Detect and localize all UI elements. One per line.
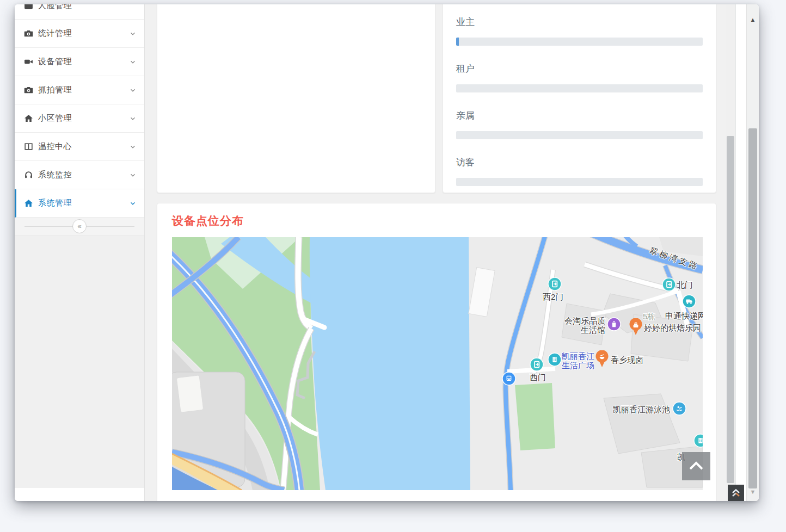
back-to-top-button[interactable] xyxy=(682,452,710,480)
map-poi-label-west-gate: 西门 xyxy=(530,373,546,382)
sidebar-item-temp-center[interactable]: 温控中心 xyxy=(15,133,144,161)
columns-icon xyxy=(24,142,33,151)
map-poi-north-gate[interactable] xyxy=(662,277,676,294)
stat-bar-tenant xyxy=(456,84,703,92)
stat-label-visitor: 访客 xyxy=(456,156,703,169)
sidebar-item-community-mgmt[interactable]: 小区管理 xyxy=(15,104,144,133)
building-icon xyxy=(548,352,562,367)
chevron-down-icon xyxy=(129,30,137,38)
map-poi-label-west-gate-2: 西2门 xyxy=(543,292,563,301)
chevron-down-icon xyxy=(129,58,137,66)
truck-icon xyxy=(682,294,696,308)
stat-bar-visitor xyxy=(456,178,703,186)
chevron-down-icon xyxy=(129,115,137,122)
chevron-up-icon xyxy=(682,452,710,480)
bus-icon xyxy=(502,372,516,386)
inner-scrollbar[interactable] xyxy=(726,4,735,501)
sidebar-item-label: 设备管理 xyxy=(38,57,129,67)
sidebar-item-system-mgmt[interactable]: 系统管理 xyxy=(15,189,144,218)
camera-icon xyxy=(24,85,33,95)
sidebar-item-label: 抓拍管理 xyxy=(38,85,129,95)
sidebar-item-label: 小区管理 xyxy=(38,113,129,123)
map-poi-xiangxiang-food[interactable] xyxy=(595,350,609,370)
map-poi-label-building-5: 5栋 xyxy=(643,312,655,321)
sidebar-collapse-band: « xyxy=(15,218,144,236)
map-poi-partial-poi[interactable] xyxy=(693,434,703,450)
scroll-up-arrow-icon[interactable]: ▲ xyxy=(747,15,759,24)
device-distribution-map[interactable]: 翠柳湾支路 西2门北门申通快递网5栋会淘乐品质生活馆婷婷的烘焙乐园凯丽香江生活广… xyxy=(172,237,703,490)
map-poi-shentong-express[interactable] xyxy=(682,294,696,311)
map-poi-bus-stop[interactable] xyxy=(502,372,516,388)
sidebar-item-label: 统计管理 xyxy=(38,28,129,39)
bowl-icon xyxy=(595,350,609,368)
device-map-card: 设备点位分布 xyxy=(157,203,716,501)
page-title: 设备点位分布 xyxy=(172,213,701,228)
gate-icon xyxy=(662,277,676,292)
chevron-down-icon xyxy=(129,143,137,151)
inner-scrollbar-thumb[interactable] xyxy=(727,136,734,483)
gate-icon xyxy=(548,277,562,291)
chevron-down-icon xyxy=(129,171,137,179)
stat-label-relative: 亲属 xyxy=(456,109,703,122)
main-content: 业主 租户 亲属 访客 设备点位分布 xyxy=(145,4,735,501)
scrollbar-gutter xyxy=(735,4,747,501)
chevron-down-icon xyxy=(129,86,137,94)
stat-bar-relative xyxy=(456,131,703,139)
double-chevron-up-icon xyxy=(728,485,744,501)
left-panel-card xyxy=(157,4,435,193)
bag-icon xyxy=(607,317,621,331)
home-icon xyxy=(24,114,33,123)
scroll-top-corner-button[interactable] xyxy=(728,485,744,501)
sidebar-collapse-button[interactable]: « xyxy=(72,219,87,233)
sidebar-item-label: 系统监控 xyxy=(38,170,129,180)
browser-scrollbar[interactable]: ▲ ▼ xyxy=(746,4,759,501)
sidebar-item-system-monitor[interactable]: 系统监控 xyxy=(15,161,144,189)
sidebar-item-label: 温控中心 xyxy=(38,141,129,152)
map-poi-label-xiangxiang-food: 香乡现卤 xyxy=(611,355,643,364)
sidebar-item-stats-mgmt[interactable]: 统计管理 xyxy=(15,20,144,48)
home-icon xyxy=(24,199,33,208)
sidebar-empty-area xyxy=(15,236,144,488)
headphones-icon xyxy=(24,170,33,180)
stat-label-owner: 业主 xyxy=(456,16,703,28)
map-poi-label-shentong-express: 申通快递网 xyxy=(665,311,703,320)
stat-label-tenant: 租户 xyxy=(456,63,703,75)
sidebar-item-face-mgmt[interactable]: 人脸管理 xyxy=(15,4,144,20)
face-capture-icon xyxy=(24,4,33,10)
map-poi-label-swimming-pool: 凯丽香江游泳池 xyxy=(613,405,670,414)
collapse-chevrons-icon: « xyxy=(77,222,81,230)
stat-bar-owner xyxy=(456,38,703,46)
stats-panel-card: 业主 租户 亲属 访客 xyxy=(443,4,716,193)
sidebar-item-device-mgmt[interactable]: 设备管理 xyxy=(15,48,144,76)
map-poi-label-north-gate: 北门 xyxy=(677,280,693,289)
browser-scrollbar-thumb[interactable] xyxy=(748,128,757,488)
map-poi-west-gate[interactable] xyxy=(530,357,544,374)
map-poi-label-kaili-mall: 凯丽香江生活广场 xyxy=(562,351,594,370)
video-camera-icon xyxy=(24,57,33,66)
sidebar-item-capture-mgmt[interactable]: 抓拍管理 xyxy=(15,76,144,104)
cake-icon xyxy=(629,318,643,336)
map-poi-tingting-bakery[interactable] xyxy=(629,318,643,338)
map-poi-swimming-pool[interactable] xyxy=(672,401,686,418)
app-window: 人脸管理 统计管理 设备管理 抓拍管理 小区管理 xyxy=(15,4,759,501)
map-poi-label-tingting-bakery: 婷婷的烘焙乐园 xyxy=(644,323,701,332)
sidebar-item-label: 人脸管理 xyxy=(38,4,137,11)
sidebar: 人脸管理 统计管理 设备管理 抓拍管理 小区管理 xyxy=(15,4,145,501)
chevron-down-icon xyxy=(129,200,137,207)
camera-icon xyxy=(24,29,33,38)
sidebar-item-label: 系统管理 xyxy=(38,198,129,208)
map-poi-kaili-mall[interactable] xyxy=(548,352,562,369)
gate-icon xyxy=(530,357,544,372)
scroll-down-arrow-icon[interactable]: ▼ xyxy=(747,487,759,496)
building-icon xyxy=(693,434,703,448)
map-poi-huitaole-shop[interactable] xyxy=(607,317,621,333)
map-poi-west-gate-2[interactable] xyxy=(548,277,562,293)
map-poi-label-huitaole-shop: 会淘乐品质生活馆 xyxy=(564,316,605,335)
swim-icon xyxy=(672,401,686,416)
